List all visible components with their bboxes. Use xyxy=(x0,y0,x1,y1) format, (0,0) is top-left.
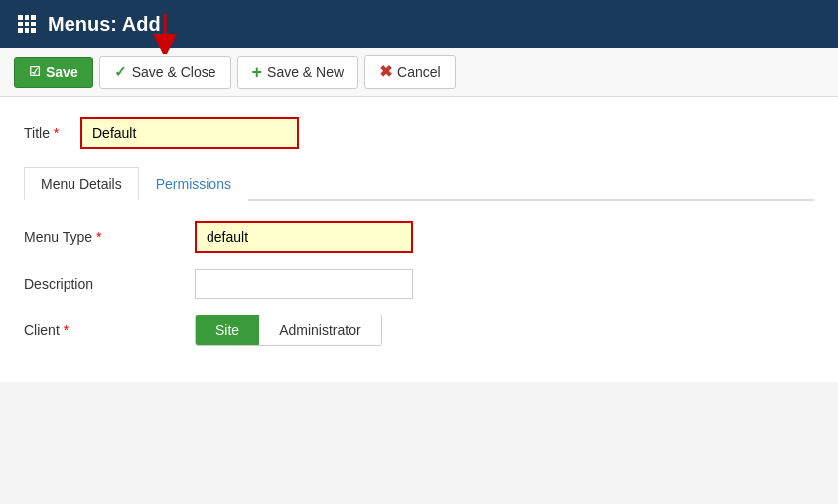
tab-permissions[interactable]: Permissions xyxy=(139,167,248,201)
client-site-button[interactable]: Site xyxy=(196,315,259,345)
tab-menu-details[interactable]: Menu Details xyxy=(24,167,139,201)
client-required: * xyxy=(64,322,69,338)
save-new-label: Save & New xyxy=(267,64,344,80)
client-administrator-button[interactable]: Administrator xyxy=(259,315,380,345)
menu-type-required: * xyxy=(96,229,101,245)
save-label: Save xyxy=(46,64,78,80)
page-title: Menus: Add xyxy=(48,13,161,36)
description-row: Description xyxy=(24,269,814,299)
checkmark-icon: ✓ xyxy=(114,63,127,81)
save-close-button[interactable]: ✓ Save & Close xyxy=(99,56,231,89)
title-row: Title * xyxy=(24,117,814,149)
client-label: Client * xyxy=(24,322,183,338)
toolbar: ☑ Save ✓ Save & Close + Save & New ✖ Can… xyxy=(0,48,838,97)
main-content: Title * Menu Details Permissions Menu Ty… xyxy=(0,97,838,382)
menu-type-label: Menu Type * xyxy=(24,229,183,245)
plus-icon: + xyxy=(252,63,263,81)
cancel-button[interactable]: ✖ Cancel xyxy=(364,55,456,89)
save-button[interactable]: ☑ Save xyxy=(14,57,93,88)
save-icon: ☑ xyxy=(29,64,41,79)
title-required: * xyxy=(54,125,59,141)
title-label: Title * xyxy=(24,125,69,141)
client-toggle-group: Site Administrator xyxy=(195,315,382,346)
save-new-button[interactable]: + Save & New xyxy=(237,56,359,89)
tab-bar: Menu Details Permissions xyxy=(24,167,814,201)
menu-type-row: Menu Type * xyxy=(24,221,814,253)
description-label: Description xyxy=(24,276,183,292)
client-row: Client * Site Administrator xyxy=(24,315,814,346)
title-input[interactable] xyxy=(80,117,299,149)
description-input[interactable] xyxy=(195,269,413,299)
cancel-label: Cancel xyxy=(397,64,441,80)
save-close-label: Save & Close xyxy=(132,64,216,80)
page-header: Menus: Add xyxy=(0,0,838,48)
grid-icon xyxy=(18,15,36,33)
save-close-container: ✓ Save & Close xyxy=(99,56,231,89)
menu-type-input[interactable] xyxy=(195,221,413,253)
cancel-icon: ✖ xyxy=(379,63,392,81)
